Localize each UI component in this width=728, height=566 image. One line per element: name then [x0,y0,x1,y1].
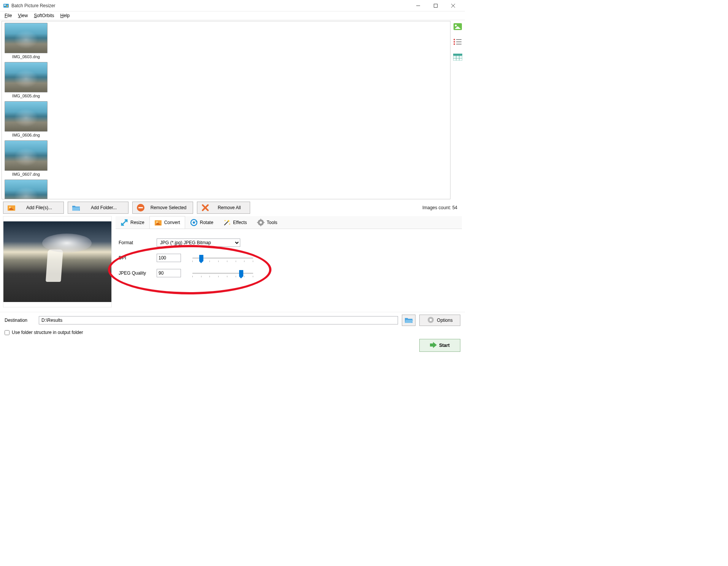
svg-point-12 [454,41,455,43]
dpi-input[interactable] [157,254,181,262]
svg-point-10 [454,39,455,40]
dpi-slider[interactable] [192,254,253,262]
quality-slider[interactable] [192,269,253,277]
start-arrow-icon [430,342,437,349]
preview-panel [3,216,112,307]
thumbnail-item[interactable]: IMG_0606.dng [5,101,48,137]
svg-rect-15 [456,44,462,45]
svg-point-36 [229,224,230,225]
destination-label: Destination [5,318,35,323]
thumbnail-image [5,101,48,132]
svg-rect-16 [453,54,462,56]
tab-effects[interactable]: Effects [218,216,252,229]
view-list-icon[interactable] [452,38,463,46]
add-files-button[interactable]: Add File(s)... [3,202,64,214]
app-icon [3,3,9,9]
svg-point-32 [193,221,195,224]
svg-rect-4 [434,4,438,7]
titlebar: Batch Picture Resizer [0,0,465,11]
options-button[interactable]: Options [419,315,460,326]
add-files-icon [7,204,16,212]
menu-help[interactable]: Help [57,12,73,19]
thumbnail-item[interactable]: IMG_0607.dng [5,140,48,176]
close-button[interactable] [444,0,462,11]
remove-selected-icon [136,204,145,212]
thumbnail-item[interactable]: IMG_0605.dng [5,62,48,98]
resize-icon [121,219,128,226]
thumbnail-caption: IMG_0603.dng [5,54,48,59]
destination-row: Destination Options [0,312,465,328]
tab-rotate[interactable]: Rotate [185,216,218,229]
thumbnail-caption: IMG_0607.dng [5,172,48,176]
window-title: Batch Picture Resizer [11,3,409,8]
use-folder-structure-checkbox[interactable] [5,330,10,335]
svg-marker-45 [430,342,437,348]
quality-label: JPEG Quality [119,270,157,276]
menu-file[interactable]: File [2,12,15,19]
thumbnail-image [5,180,48,199]
thumbnail-image [5,62,48,92]
svg-rect-11 [456,39,462,40]
svg-rect-1 [4,5,6,6]
thumbnail-caption: IMG_0605.dng [5,94,48,98]
add-folder-button[interactable]: Add Folder... [68,202,128,214]
format-select[interactable]: JPG (*.jpg) JPEG Bitmap [157,238,240,247]
menu-bar: File View SoftOrbits Help [0,11,465,20]
menu-softorbits[interactable]: SoftOrbits [31,12,57,19]
convert-icon [154,219,162,226]
tab-tools[interactable]: Tools [252,216,282,229]
thumbnail-caption: IMG_0606.dng [5,133,48,137]
dpi-label: DPI [119,255,157,261]
effects-icon [223,219,231,226]
thumbnail-item[interactable]: IMG_0603.dng [5,23,48,59]
use-folder-structure-label: Use folder structure in output folder [12,330,83,335]
svg-point-29 [156,221,158,223]
svg-point-38 [260,221,262,224]
svg-rect-25 [138,207,143,208]
preview-image [3,221,111,302]
add-folder-icon [72,204,80,212]
minimize-button[interactable] [409,0,427,11]
tab-content-convert: Format JPG (*.jpg) JPEG Bitmap DPI JPEG … [116,229,462,287]
view-table-icon[interactable] [452,53,463,61]
thumbnail-image [5,140,48,171]
images-count-label: Images count: 54 [422,205,462,210]
remove-selected-button[interactable]: Remove Selected [132,202,193,214]
rotate-icon [190,219,198,226]
svg-point-44 [430,319,432,321]
view-thumbnails-icon[interactable] [452,22,463,31]
svg-point-35 [225,220,226,221]
svg-point-2 [6,5,8,7]
menu-view[interactable]: View [15,12,31,19]
destination-input[interactable] [39,316,398,324]
tab-bar: Resize Convert Rotate Effects Tools [116,216,462,229]
tab-resize[interactable]: Resize [116,216,149,229]
thumbnail-item[interactable]: IMG_0608.dng [5,180,48,199]
view-mode-strip [450,20,465,199]
remove-all-icon [201,204,209,212]
thumbnail-grid[interactable]: IMG_0603.dngIMG_0605.dngIMG_0606.dngIMG_… [2,21,450,199]
start-button[interactable]: Start [419,339,460,352]
folder-open-icon [404,316,413,324]
svg-point-8 [455,25,457,27]
gear-icon [427,316,435,325]
maximize-button[interactable] [427,0,444,11]
format-label: Format [119,240,157,245]
svg-rect-13 [456,41,462,42]
tab-convert[interactable]: Convert [149,216,185,229]
browse-destination-button[interactable] [402,315,416,326]
tools-icon [257,219,265,226]
svg-point-22 [9,207,11,208]
thumbnail-image [5,23,48,53]
remove-all-button[interactable]: Remove All [197,202,250,214]
quality-input[interactable] [157,269,181,277]
svg-point-14 [454,43,455,45]
file-action-row: Add File(s)... Add Folder... Remove Sele… [0,199,465,216]
